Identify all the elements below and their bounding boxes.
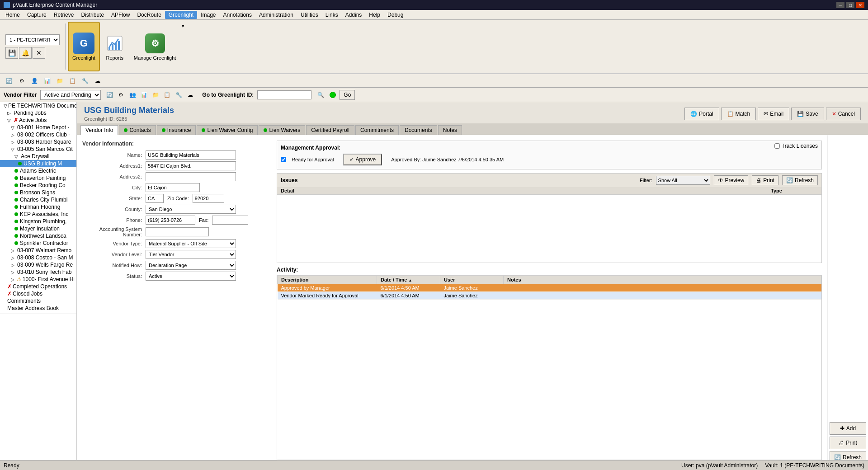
menu-addins[interactable]: Addins: [342, 11, 366, 19]
filter-icon-6[interactable]: 📋: [162, 90, 172, 100]
approve-button[interactable]: ✔ Approve: [343, 154, 382, 165]
reports-toolbar-button[interactable]: Reports: [100, 22, 130, 71]
goto-search-icon[interactable]: 🔍: [315, 90, 326, 100]
vendor-level-select[interactable]: Tier Vendor: [146, 250, 236, 259]
save-small-button[interactable]: 💾: [5, 47, 18, 59]
tree-item-closed-jobs[interactable]: ✗ Closed Jobs: [0, 290, 76, 297]
toolbar-icon-cloud[interactable]: ☁: [92, 76, 103, 86]
close-small-button[interactable]: ✕: [33, 47, 45, 59]
menu-administration[interactable]: Administration: [255, 11, 297, 19]
tab-contacts[interactable]: Contacts: [119, 125, 156, 135]
tree-bottom-scrollbar[interactable]: [0, 314, 76, 317]
tab-lien-waivers[interactable]: Lien Waivers: [259, 125, 305, 135]
add-button[interactable]: ✚ Add: [830, 422, 866, 435]
tree-item-fullman[interactable]: Fullman Flooring: [0, 203, 76, 211]
goto-button[interactable]: Go: [340, 90, 355, 100]
tab-notes[interactable]: Notes: [438, 125, 462, 135]
filter-icon-5[interactable]: 📁: [151, 90, 160, 100]
address2-input[interactable]: [146, 172, 236, 181]
greenlight-toolbar-button[interactable]: G Greenlight: [68, 22, 100, 71]
filter-icon-2[interactable]: ⚙: [116, 90, 126, 100]
vendor-filter-select[interactable]: Active and Pending: [40, 90, 101, 100]
menu-retrieve[interactable]: Retrieve: [50, 11, 78, 19]
tree-item-03-007[interactable]: ▷ 03-007 Walmart Remo: [0, 247, 76, 254]
menu-help[interactable]: Help: [365, 11, 384, 19]
menu-links[interactable]: Links: [322, 11, 342, 19]
portal-button[interactable]: 🌐 Portal: [684, 108, 719, 120]
fax-input[interactable]: [212, 216, 248, 225]
tree-item-03-008[interactable]: ▷ 03-008 Costco - San M: [0, 254, 76, 261]
toolbar-icon-refresh[interactable]: 🔄: [4, 76, 14, 86]
ready-for-approval-checkbox[interactable]: [281, 157, 286, 162]
restore-button[interactable]: □: [846, 2, 854, 8]
tree-item-usg-building[interactable]: USG Building M: [0, 160, 76, 167]
notified-how-select[interactable]: Declaration Page: [146, 261, 236, 270]
tree-item-adams-electric[interactable]: Adams Electric: [0, 167, 76, 174]
address1-input[interactable]: [146, 161, 236, 170]
city-input[interactable]: [146, 183, 200, 192]
issues-preview-button[interactable]: 👁 Preview: [714, 175, 749, 185]
minimize-button[interactable]: ─: [836, 2, 844, 8]
filter-icon-8[interactable]: ☁: [185, 90, 195, 100]
tree-item-pe-techwriting[interactable]: ▽ PE-TECHWRITING Documents: [0, 102, 76, 109]
tree-item-beaverton[interactable]: Beaverton Painting: [0, 174, 76, 182]
cancel-button[interactable]: ✕ Cancel: [826, 108, 861, 120]
issues-print-button[interactable]: 🖨 Print: [752, 175, 778, 185]
email-button[interactable]: ✉ Email: [758, 108, 789, 120]
tab-insurance[interactable]: Insurance: [157, 125, 196, 135]
issues-filter-select[interactable]: Show All: [656, 176, 710, 185]
status-select[interactable]: Active: [146, 272, 236, 281]
tree-item-charles[interactable]: Charles City Plumbi: [0, 196, 76, 203]
acct-input[interactable]: [146, 227, 209, 236]
tree-item-bronson[interactable]: Bronson Signs: [0, 189, 76, 196]
tab-commitments[interactable]: Commitments: [355, 125, 399, 135]
issues-refresh-button[interactable]: 🔄 Refresh: [782, 175, 818, 185]
tree-item-sprinkler[interactable]: Sprinkler Contractor: [0, 240, 76, 247]
county-select[interactable]: San Diego: [146, 205, 236, 214]
bell-button[interactable]: 🔔: [19, 47, 32, 59]
toolbar-icon-settings[interactable]: ⚙: [16, 76, 27, 86]
manage-greenlight-toolbar-button[interactable]: ⚙ Manage Greenlight: [130, 22, 180, 71]
menu-greenlight[interactable]: Greenlight: [165, 11, 197, 19]
tree-item-03-005[interactable]: ▽ 03-005 San Marcos Cit: [0, 146, 76, 153]
tab-vendor-info[interactable]: Vendor Info: [80, 125, 118, 135]
state-input[interactable]: [146, 194, 164, 203]
menu-home[interactable]: Home: [2, 11, 24, 19]
tab-documents[interactable]: Documents: [400, 125, 437, 135]
print-button[interactable]: 🖨 Print: [830, 437, 866, 449]
menu-docroute[interactable]: DocRoute: [133, 11, 165, 19]
menu-annotations[interactable]: Annotations: [220, 11, 255, 19]
tree-item-03-009[interactable]: ▷ 03-009 Wells Fargo Re: [0, 261, 76, 268]
tree-item-commitments[interactable]: Commitments: [0, 297, 76, 305]
phone-input[interactable]: [146, 216, 195, 225]
tree-item-03-003[interactable]: ▷ 03-003 Harbor Square: [0, 138, 76, 146]
match-button[interactable]: 📋 Match: [721, 108, 756, 120]
save-button[interactable]: 💾 Save: [791, 108, 824, 120]
menu-image[interactable]: Image: [197, 11, 219, 19]
tree-item-completed[interactable]: ✗ Completed Operations: [0, 283, 76, 290]
toolbar-icon-folder[interactable]: 📁: [54, 76, 65, 86]
toolbar-icon-chart[interactable]: 📊: [42, 76, 52, 86]
document-dropdown[interactable]: 1 - PE-TECHWRITING Documer: [5, 34, 60, 45]
tree-item-03-001[interactable]: ▽ 03-001 Home Depot -: [0, 124, 76, 131]
filter-icon-4[interactable]: 📊: [139, 90, 149, 100]
close-button[interactable]: ✕: [856, 2, 864, 8]
tree-item-northwest[interactable]: Northwest Landsca: [0, 232, 76, 240]
tab-lien-waiver-config[interactable]: Lien Waiver Config: [197, 125, 258, 135]
tree-item-pending-jobs[interactable]: ▷ Pending Jobs: [0, 109, 76, 117]
tree-item-becker[interactable]: Becker Roofing Co: [0, 182, 76, 189]
menu-apflow[interactable]: APFlow: [108, 11, 133, 19]
goto-input[interactable]: [257, 90, 311, 99]
tab-certified-payroll[interactable]: Certified Payroll: [306, 125, 354, 135]
tree-item-03-010[interactable]: ▷ 03-010 Sony Tech Fab: [0, 268, 76, 276]
tree-item-master-address[interactable]: Master Address Book: [0, 305, 76, 312]
tree-item-1000[interactable]: ▷ ⚠ 1000- First Avenue Hi: [0, 276, 76, 283]
zip-input[interactable]: [193, 194, 224, 203]
menu-capture[interactable]: Capture: [24, 11, 50, 19]
filter-icon-7[interactable]: 🔧: [174, 90, 184, 100]
toolbar-icon-wrench[interactable]: 🔧: [80, 76, 90, 86]
menu-debug[interactable]: Debug: [384, 11, 407, 19]
tree-item-kingston[interactable]: Kingston Plumbing,: [0, 218, 76, 225]
tree-item-kep[interactable]: KEP Associates, Inc: [0, 211, 76, 218]
tree-item-mayer[interactable]: Mayer Insulation: [0, 225, 76, 232]
